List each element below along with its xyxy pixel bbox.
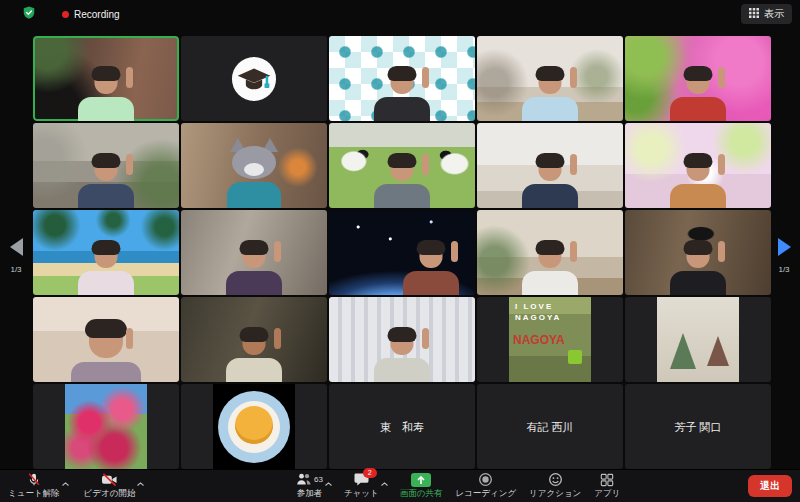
mute-options-chevron[interactable] <box>61 475 70 483</box>
recording-label: Recording <box>74 9 120 20</box>
zoom-meeting-window: Recording 表示 I LOVENAGOYANAGOYA東 和寿有記 西川… <box>0 0 800 502</box>
person-silhouette <box>366 67 438 121</box>
grid-view-icon <box>749 8 759 20</box>
chevron-left-icon <box>10 238 23 256</box>
recording-indicator: Recording <box>62 9 120 20</box>
leave-button[interactable]: 退出 <box>748 475 792 497</box>
recording-dot-icon <box>62 11 69 18</box>
participant-video-tile[interactable] <box>181 297 327 382</box>
recording-button-label: レコーディング <box>455 488 516 500</box>
participant-video-tile[interactable] <box>33 36 179 121</box>
xmas-photo <box>657 297 739 382</box>
person-silhouette <box>70 328 142 382</box>
security-shield-icon[interactable] <box>22 5 36 24</box>
person-silhouette <box>514 241 586 295</box>
person-silhouette <box>218 241 290 295</box>
view-button[interactable]: 表示 <box>741 4 792 24</box>
top-bar: Recording 表示 <box>0 0 800 28</box>
page-indicator-right: 1/3 <box>770 265 798 274</box>
apps-icon <box>600 472 614 487</box>
participant-video-tile[interactable] <box>329 123 475 208</box>
person-silhouette <box>366 328 438 382</box>
start-video-button[interactable]: ビデオの開始 <box>82 469 138 502</box>
next-page-button[interactable]: 1/3 <box>770 238 798 274</box>
person-silhouette <box>218 328 290 382</box>
participant-character-tile[interactable] <box>181 123 327 208</box>
participant-video-tile[interactable] <box>477 123 623 208</box>
page-indicator-left: 1/3 <box>2 265 30 274</box>
record-icon <box>478 472 493 487</box>
participant-video-tile[interactable] <box>33 123 179 208</box>
start-video-label: ビデオの開始 <box>84 488 136 500</box>
person-silhouette <box>662 154 734 208</box>
flowers-photo <box>65 384 147 469</box>
cat-character-avatar <box>214 136 294 208</box>
chat-chevron[interactable] <box>380 475 389 483</box>
microphone-muted-icon <box>27 472 41 487</box>
person-silhouette <box>395 241 467 295</box>
participant-name-label: 芳子 関口 <box>625 419 771 434</box>
participant-photo-tile[interactable]: I LOVENAGOYANAGOYA <box>477 297 623 382</box>
person-silhouette <box>70 241 142 295</box>
view-button-label: 表示 <box>764 7 784 21</box>
participant-video-tile[interactable] <box>477 210 623 295</box>
apps-button[interactable]: アプリ <box>592 469 622 502</box>
participants-label: 参加者 <box>297 488 323 500</box>
chat-badge: 2 <box>363 468 377 478</box>
green-logo-icon <box>568 350 582 364</box>
participant-name-label: 東 和寿 <box>329 419 475 434</box>
nagoya-photo: I LOVENAGOYANAGOYA <box>509 297 591 382</box>
participant-photo-tile[interactable] <box>625 297 771 382</box>
participant-name-tile[interactable]: 芳子 関口 <box>625 384 771 469</box>
participant-video-tile[interactable] <box>181 210 327 295</box>
participant-video-tile[interactable] <box>329 297 475 382</box>
person-silhouette <box>514 67 586 121</box>
mascot-photo <box>213 384 295 469</box>
person-silhouette <box>70 67 142 121</box>
participant-video-tile[interactable] <box>625 123 771 208</box>
bottom-toolbar: ミュート解除 ビデオの開始 <box>0 469 800 502</box>
apps-label: アプリ <box>594 488 620 500</box>
reactions-icon <box>548 472 563 487</box>
participant-name-tile[interactable]: 有記 西川 <box>477 384 623 469</box>
person-silhouette <box>662 241 734 295</box>
participant-name-label: 有記 西川 <box>477 419 623 434</box>
video-grid: I LOVENAGOYANAGOYA東 和寿有記 西川芳子 関口 <box>33 36 771 469</box>
participant-video-tile[interactable] <box>33 210 179 295</box>
recording-button[interactable]: レコーディング <box>453 469 518 502</box>
person-silhouette <box>514 154 586 208</box>
video-options-chevron[interactable] <box>136 475 145 483</box>
participant-avatar-tile[interactable] <box>181 36 327 121</box>
prev-page-button[interactable]: 1/3 <box>2 238 30 274</box>
participant-video-tile[interactable] <box>625 36 771 121</box>
graduation-cap-avatar-icon <box>231 56 277 102</box>
unmute-label: ミュート解除 <box>8 488 60 500</box>
participants-button[interactable]: 63 参加者 <box>294 469 325 502</box>
participant-video-tile[interactable] <box>625 210 771 295</box>
person-silhouette <box>662 67 734 121</box>
unmute-button[interactable]: ミュート解除 <box>6 469 62 502</box>
share-screen-icon <box>411 473 431 487</box>
participant-photo-tile[interactable] <box>181 384 327 469</box>
participant-video-tile[interactable] <box>329 36 475 121</box>
share-screen-button[interactable]: 画面の共有 <box>398 469 445 502</box>
chevron-right-icon <box>778 238 791 256</box>
participants-count: 63 <box>314 475 323 484</box>
camera-off-icon <box>101 472 118 487</box>
chat-button[interactable]: 2 チャット <box>342 469 381 502</box>
reactions-label: リアクション <box>529 488 581 500</box>
reactions-button[interactable]: リアクション <box>527 469 583 502</box>
participants-chevron[interactable] <box>324 475 333 483</box>
participant-video-tile[interactable] <box>33 297 179 382</box>
participants-icon <box>296 472 312 488</box>
participant-photo-tile[interactable] <box>33 384 179 469</box>
participant-video-tile[interactable] <box>329 210 475 295</box>
person-silhouette <box>366 154 438 208</box>
chat-label: チャット <box>344 488 379 500</box>
person-silhouette <box>70 154 142 208</box>
participant-video-tile[interactable] <box>477 36 623 121</box>
share-screen-label: 画面の共有 <box>400 488 443 500</box>
participant-name-tile[interactable]: 東 和寿 <box>329 384 475 469</box>
